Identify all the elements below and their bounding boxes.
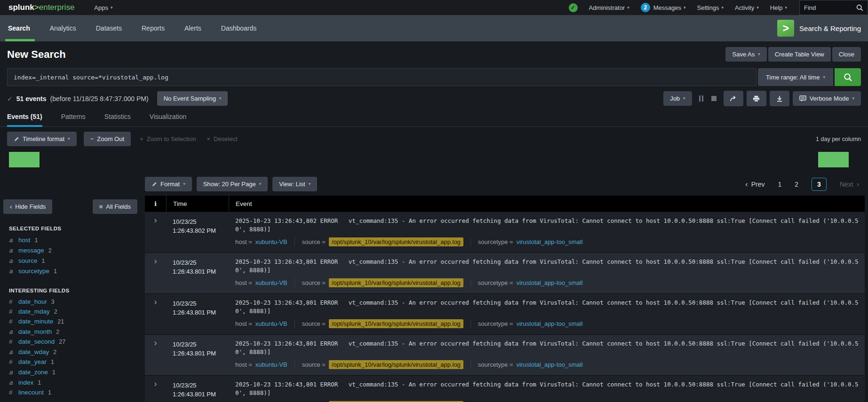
list-icon: ≡ [99, 203, 103, 210]
tab-visualization[interactable]: Visualization [150, 113, 186, 126]
search-mode-button[interactable]: Verbose Mode ▾ [793, 91, 861, 106]
prev-page-button[interactable]: ‹ Prev [745, 180, 764, 189]
nav-dashboards[interactable]: Dashboards [211, 15, 267, 41]
messages-count-badge: 2 [641, 3, 650, 12]
event-raw-text: 2025-10-23 13:26:43,801 ERROR vt_command… [235, 339, 865, 348]
user-menu[interactable]: Administrator ▾ [589, 4, 629, 11]
host-value-link[interactable]: xubuntu-VB [255, 361, 287, 368]
expand-event-icon[interactable]: › [154, 256, 157, 266]
time-range-picker[interactable]: Time range: All time ▾ [758, 68, 833, 86]
print-job-button[interactable] [747, 91, 766, 106]
event-field-host: host = xubuntu-VB [235, 320, 287, 327]
field-item-sourcetype[interactable]: a sourcetype 1 [9, 266, 137, 276]
apps-menu[interactable]: Apps ▾ [94, 4, 112, 11]
timeline-format-button[interactable]: Timeline format ▾ [7, 132, 77, 146]
current-app-badge[interactable]: > Search & Reporting [777, 15, 868, 41]
tab-events[interactable]: Events (51) [7, 113, 42, 126]
view-mode-button[interactable]: View: List ▾ [272, 177, 317, 191]
column-header-event: Event [229, 196, 865, 212]
caret-down-icon: ▾ [683, 96, 685, 101]
close-button[interactable]: Close [832, 47, 861, 62]
create-table-view-button[interactable]: Create Table View [768, 47, 831, 62]
nav-search[interactable]: Search [0, 15, 40, 41]
timeline-histogram[interactable] [7, 152, 861, 173]
field-item-host[interactable]: a host 1 [9, 235, 137, 245]
string-field-icon: a [9, 267, 14, 275]
activity-menu[interactable]: Activity ▾ [735, 4, 759, 11]
event-raw-text: 0', 8888)] [235, 225, 865, 234]
nav-analytics[interactable]: Analytics [40, 15, 86, 41]
search-query-input[interactable] [7, 68, 757, 86]
nav-datasets[interactable]: Datasets [86, 15, 132, 41]
events-table: i Time Event › 10/23/25 1:26:43.802 PM 2… [145, 196, 865, 402]
save-as-button[interactable]: Save As ▾ [725, 47, 766, 62]
event-row: › 10/23/25 1:26:43.801 PM 2025-10-23 13:… [145, 293, 865, 334]
field-item-index[interactable]: a index 1 [9, 377, 137, 387]
field-item-date-minute[interactable]: # date_minute 21 [9, 316, 137, 326]
job-menu-button[interactable]: Job ▾ [663, 91, 692, 106]
timeline-bar[interactable] [9, 152, 40, 167]
event-field-sourcetype: sourcetype = virustotal_app-too_small [470, 238, 583, 245]
find-box[interactable] [799, 0, 868, 15]
zoom-out-button[interactable]: − Zoom Out [84, 132, 131, 146]
export-job-button[interactable] [770, 91, 789, 106]
field-item-date-wday[interactable]: a date_wday 2 [9, 347, 137, 357]
health-check-icon[interactable]: ✓ [569, 3, 578, 12]
caret-down-icon: ▾ [68, 137, 70, 141]
expand-event-icon[interactable]: › [154, 338, 157, 347]
expand-event-icon[interactable]: › [154, 379, 157, 388]
stop-job-icon[interactable] [711, 96, 717, 101]
sourcetype-value-link[interactable]: virustotal_app-too_small [517, 361, 583, 368]
host-value-link[interactable]: xubuntu-VB [255, 320, 287, 327]
field-item-date-mday[interactable]: # date_mday 2 [9, 307, 137, 316]
source-value-link[interactable]: /opt/splunk_10/var/log/splunk/virustotal… [329, 278, 463, 287]
pause-job-icon[interactable] [699, 95, 703, 102]
settings-menu[interactable]: Settings ▾ [697, 4, 724, 11]
result-summary: ✓ 51 events (before 11/18/25 8:47:37.000… [7, 95, 149, 102]
field-item-message[interactable]: a message 2 [9, 245, 137, 255]
event-time: 10/23/25 1:26:43.801 PM [166, 376, 229, 402]
numeric-field-icon: # [9, 358, 14, 365]
source-value-link[interactable]: /opt/splunk_10/var/log/splunk/virustotal… [329, 319, 463, 328]
search-icon [844, 73, 852, 82]
timeline-bar[interactable] [818, 152, 849, 167]
page-1-button[interactable]: 1 [778, 181, 781, 188]
help-menu[interactable]: Help ▾ [770, 4, 787, 11]
source-value-link[interactable]: /opt/splunk_10/var/log/splunk/virustotal… [329, 360, 463, 369]
check-icon: ✓ [7, 95, 13, 102]
messages-menu[interactable]: Messages ▾ [653, 4, 686, 11]
event-sampling-button[interactable]: No Event Sampling ▾ [157, 91, 228, 106]
field-item-date-hour[interactable]: # date_hour 3 [9, 297, 137, 307]
nav-alerts[interactable]: Alerts [175, 15, 211, 41]
source-value-link[interactable]: /opt/splunk_10/var/log/splunk/virustotal… [329, 237, 463, 246]
field-item-linecount[interactable]: # linecount 1 [9, 387, 137, 397]
nav-reports[interactable]: Reports [132, 15, 175, 41]
field-item-source[interactable]: a source 1 [9, 255, 137, 266]
tab-patterns[interactable]: Patterns [61, 113, 86, 126]
find-input[interactable] [804, 4, 856, 11]
format-button[interactable]: Format ▾ [145, 177, 192, 191]
share-job-button[interactable] [724, 91, 743, 106]
search-icon[interactable] [856, 4, 863, 11]
field-item-date-month[interactable]: a date_month 2 [9, 326, 137, 337]
sourcetype-value-link[interactable]: virustotal_app-too_small [517, 238, 583, 245]
field-item-date-year[interactable]: # date_year 1 [9, 357, 137, 367]
all-fields-button[interactable]: ≡ All Fields [93, 199, 137, 214]
host-value-link[interactable]: xubuntu-VB [255, 238, 287, 245]
splunk-logo[interactable]: splunk>enterprise [8, 3, 74, 12]
host-value-link[interactable]: xubuntu-VB [255, 279, 287, 286]
event-time: 10/23/25 1:26:43.801 PM [166, 335, 229, 375]
field-item-date-zone[interactable]: a date_zone 1 [9, 367, 137, 377]
page-3-current[interactable]: 3 [812, 178, 827, 191]
hide-fields-button[interactable]: ‹ Hide Fields [3, 199, 52, 214]
sourcetype-value-link[interactable]: virustotal_app-too_small [517, 279, 583, 286]
page-title: New Search [7, 48, 66, 61]
run-search-button[interactable] [835, 68, 861, 86]
field-item-date-second[interactable]: # date_second 27 [9, 337, 137, 347]
per-page-button[interactable]: Show: 20 Per Page ▾ [197, 177, 268, 191]
expand-event-icon[interactable]: › [154, 215, 157, 225]
expand-event-icon[interactable]: › [154, 297, 157, 307]
page-2-button[interactable]: 2 [795, 181, 798, 188]
sourcetype-value-link[interactable]: virustotal_app-too_small [517, 320, 583, 327]
tab-statistics[interactable]: Statistics [104, 113, 131, 126]
